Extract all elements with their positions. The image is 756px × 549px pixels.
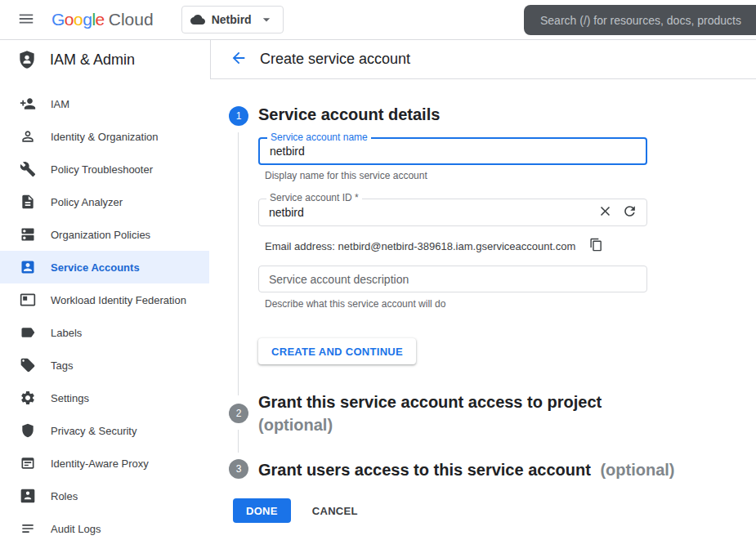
- regenerate-id-button[interactable]: [617, 200, 642, 225]
- step2-title-text: Grant this service account access to pro…: [258, 391, 667, 413]
- name-helper-text: Display name for this service account: [265, 170, 427, 181]
- close-icon: [597, 203, 613, 221]
- sidebar-item-policy-troubleshooter[interactable]: Policy Troubleshooter: [0, 153, 209, 185]
- chevron-down-icon: [258, 11, 275, 28]
- audit-logs-icon: [20, 520, 36, 537]
- step3-indicator: 3: [229, 459, 248, 479]
- policy-analyzer-icon: [20, 194, 36, 210]
- refresh-icon: [622, 203, 637, 221]
- step1-indicator: 1: [229, 106, 248, 126]
- sidebar-item-privacy-security[interactable]: Privacy & Security: [0, 414, 209, 447]
- step3-title-text: Grant users access to this service accou…: [258, 461, 591, 479]
- service-account-name-field: Service account name: [258, 137, 647, 165]
- sidebar-item-labels[interactable]: Labels: [0, 316, 209, 349]
- logo-cloud-text: Cloud: [109, 10, 154, 29]
- workload-identity-icon: [20, 292, 36, 308]
- shield-icon: [20, 422, 36, 439]
- project-selector[interactable]: Netbird: [181, 6, 284, 33]
- sidebar-item-tags[interactable]: Tags: [0, 349, 209, 382]
- step2-title: Grant this service account access to pro…: [258, 391, 667, 436]
- wrench-icon: [20, 161, 36, 177]
- copy-icon: [589, 238, 603, 254]
- sidebar-item-identity-organization[interactable]: Identity & Organization: [0, 120, 209, 153]
- service-accounts-icon: [20, 259, 36, 275]
- sidebar: IAM & Admin IAM Identity & Organization …: [0, 40, 209, 549]
- sidebar-item-roles[interactable]: Roles: [0, 480, 209, 512]
- clear-id-button[interactable]: [593, 200, 617, 225]
- step-connector-1: [238, 132, 239, 395]
- sidebar-item-iam[interactable]: IAM: [0, 87, 209, 120]
- step2-optional-text: (optional): [258, 413, 667, 436]
- step1-title: Service account details: [258, 105, 440, 124]
- person-icon: [20, 128, 36, 145]
- logo-google-text: Google: [51, 10, 105, 29]
- create-service-account-form: 1 Service account details Service accoun…: [210, 80, 756, 549]
- sidebar-item-identity-aware-proxy[interactable]: Identity-Aware Proxy: [0, 447, 209, 480]
- project-name: Netbird: [212, 13, 252, 26]
- org-policies-icon: [20, 226, 36, 243]
- tag-icon: [20, 357, 36, 373]
- form-actions: DONE CANCEL: [233, 498, 358, 523]
- cancel-button[interactable]: CANCEL: [312, 505, 358, 517]
- step-connector-2: [238, 430, 239, 453]
- topbar: Google Cloud Netbird Search (/) for reso…: [0, 0, 756, 40]
- roles-icon: [20, 488, 36, 504]
- create-and-continue-button[interactable]: CREATE AND CONTINUE: [258, 338, 416, 364]
- arrow-back-icon: [230, 49, 248, 69]
- sidebar-item-audit-logs[interactable]: Audit Logs: [0, 512, 209, 545]
- service-account-description-field: [258, 266, 647, 292]
- sidebar-nav: IAM Identity & Organization Policy Troub…: [0, 79, 209, 545]
- gear-icon: [20, 390, 36, 406]
- project-icon: [190, 12, 205, 27]
- hamburger-icon: [17, 10, 35, 30]
- sidebar-header: IAM & Admin: [0, 40, 209, 79]
- page-title: Create service account: [260, 51, 410, 68]
- copy-email-button[interactable]: [587, 237, 605, 255]
- sidebar-item-organization-policies[interactable]: Organization Policies: [0, 218, 209, 251]
- content-header: Create service account: [210, 40, 756, 79]
- sidebar-item-service-accounts[interactable]: Service Accounts: [0, 251, 209, 283]
- email-address-text: Email address: netbird@netbird-389618.ia…: [265, 240, 575, 252]
- step2-indicator: 2: [229, 404, 248, 423]
- email-address-row: Email address: netbird@netbird-389618.ia…: [265, 237, 605, 255]
- service-account-description-input[interactable]: [259, 266, 646, 292]
- label-icon: [20, 324, 36, 341]
- search-placeholder: Search (/) for resources, docs, products: [540, 14, 741, 27]
- iap-icon: [20, 455, 36, 471]
- step3-title: Grant users access to this service accou…: [258, 461, 756, 480]
- service-account-id-field: Service account ID *: [258, 199, 647, 226]
- sidebar-item-policy-analyzer[interactable]: Policy Analyzer: [0, 185, 209, 218]
- done-button[interactable]: DONE: [233, 498, 291, 523]
- description-helper-text: Describe what this service account will …: [265, 298, 445, 310]
- back-button[interactable]: [222, 43, 255, 76]
- person-add-icon: [20, 96, 36, 112]
- service-account-id-label: Service account ID *: [266, 192, 362, 203]
- step3-optional-text: (optional): [600, 461, 674, 479]
- sidebar-item-workload-identity-federation[interactable]: Workload Identity Federation: [0, 283, 209, 316]
- sidebar-title: IAM & Admin: [50, 51, 135, 69]
- iam-admin-icon: [16, 49, 38, 70]
- menu-icon[interactable]: [11, 5, 41, 34]
- search-bar[interactable]: Search (/) for resources, docs, products: [524, 5, 756, 35]
- google-cloud-logo: Google Cloud: [51, 10, 154, 29]
- sidebar-item-settings[interactable]: Settings: [0, 382, 209, 414]
- service-account-name-label: Service account name: [267, 132, 371, 143]
